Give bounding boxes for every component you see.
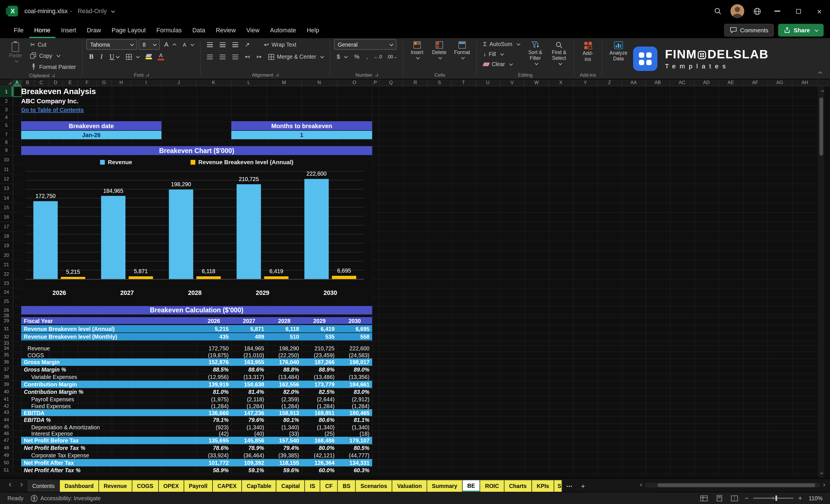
spreadsheet-grid[interactable]: 1234578910111213141516171819202122232425… (0, 86, 830, 478)
row-header-13[interactable]: 13 (0, 184, 13, 193)
cell-value[interactable]: (1,284) (196, 403, 231, 409)
vertical-scrollbar[interactable] (818, 86, 824, 478)
scroll-left-arrow[interactable] (640, 483, 643, 486)
column-header-Q[interactable]: Q (379, 80, 403, 86)
cell-value[interactable]: 435 (196, 333, 231, 340)
addins-button[interactable]: Add-ins (578, 39, 598, 63)
table-row[interactable]: Revenue Breakeven level (Annual)5,2155,8… (21, 325, 372, 333)
sheet-tab-cogs[interactable]: COGS (132, 480, 158, 492)
align-center-button[interactable] (217, 52, 228, 62)
cell-value[interactable]: (39,385) (267, 452, 302, 459)
column-header-E[interactable]: E (63, 80, 78, 86)
number-format-select[interactable]: General (334, 39, 396, 50)
cell-value[interactable]: (1,340) (267, 423, 302, 431)
row-header-31[interactable]: 31 (0, 325, 13, 333)
cell-value[interactable]: (2,118) (231, 396, 267, 403)
cell-value[interactable]: (13,484) (267, 373, 302, 381)
zoom-in-button[interactable]: + (798, 495, 802, 502)
cell-value[interactable]: 135,695 (196, 437, 231, 444)
cell-value[interactable]: 145,856 (231, 437, 267, 444)
cell-value[interactable]: 88.9% (302, 366, 337, 373)
table-row[interactable]: Corporate Tax Expense(33,924)(36,464)(39… (21, 452, 372, 459)
row-header-2[interactable]: 2 (0, 97, 13, 105)
cell-value[interactable]: (33) (267, 431, 302, 437)
sheet-tab-cf[interactable]: CF (320, 480, 338, 492)
cell-value[interactable]: (13,486) (302, 373, 337, 381)
new-sheet-button[interactable]: + (577, 480, 589, 492)
row-header-5[interactable]: 5 (0, 121, 13, 130)
column-header-R[interactable]: R (403, 80, 427, 86)
cell-value[interactable]: 79.1% (196, 416, 231, 423)
sheet-tab-is[interactable]: IS (305, 480, 321, 492)
insert-cells-button[interactable]: Insert (407, 39, 427, 60)
table-row[interactable]: Payroll Expenses(1,975)(2,118)(2,359)(2,… (21, 396, 372, 403)
cell-value[interactable]: (23,459) (302, 351, 337, 358)
cell-value[interactable]: 88.8% (267, 366, 302, 373)
breakeven-bar[interactable] (61, 277, 85, 279)
sheet-tab-captable[interactable]: CapTable (242, 480, 277, 492)
cell-value[interactable]: 176,040 (267, 358, 302, 366)
cell-value[interactable]: (1,975) (196, 396, 231, 403)
autosum-button[interactable]: ΣAutoSum (480, 39, 522, 49)
orientation-button[interactable]: ↗ (242, 39, 253, 50)
column-header-U[interactable]: U (476, 80, 500, 86)
italic-button[interactable]: I (98, 52, 105, 62)
cell-value[interactable]: 162,556 (267, 381, 302, 388)
row-header-20[interactable]: 20 (0, 250, 13, 260)
column-header-T[interactable]: T (452, 80, 476, 86)
revenue-bar[interactable] (33, 201, 58, 279)
cell-value[interactable]: 81.0% (196, 388, 231, 396)
scroll-up-arrow[interactable] (819, 88, 823, 94)
accessibility-status[interactable]: Accessibility: Investigate (31, 495, 101, 502)
cell-value[interactable]: 59.6% (267, 467, 302, 474)
cell-value[interactable]: (1,340) (231, 423, 267, 431)
column-header-AG[interactable]: AG (768, 80, 793, 86)
column-header-L[interactable]: L (231, 80, 267, 86)
table-row[interactable]: Net Profit After Tax %58.9%59.1%59.6%60.… (21, 467, 372, 474)
cell-value[interactable]: (44,777) (337, 452, 372, 459)
row-header-19[interactable]: 19 (0, 241, 13, 250)
table-row[interactable]: Revenue172,750184,965198,290210,725222,6… (21, 345, 372, 351)
row-header-38[interactable]: 38 (0, 373, 13, 381)
months-to-breakeven-value[interactable]: 1 (231, 131, 372, 139)
column-header-O[interactable]: O (337, 80, 372, 86)
cell-value[interactable]: 78.9% (231, 444, 267, 452)
next-sheet-arrow[interactable] (19, 483, 23, 486)
find-select-button[interactable]: Find & Select (548, 39, 570, 65)
fill-button[interactable]: ↓Fill (480, 49, 522, 59)
clipboard-dialog-launcher[interactable] (52, 74, 55, 77)
cell-value[interactable]: 198,290 (267, 345, 302, 351)
row-header-49[interactable]: 49 (0, 452, 13, 459)
cell-value[interactable]: (1,284) (231, 403, 267, 409)
table-row[interactable]: EBITDA136,660147,236158,913169,851180,46… (21, 409, 372, 416)
menu-item-home[interactable]: Home (29, 22, 56, 38)
cell-value[interactable]: (12,956) (196, 373, 231, 381)
cell-value[interactable]: (923) (196, 423, 231, 431)
comments-button[interactable]: Comments (724, 24, 774, 36)
cell-value[interactable]: 6,695 (337, 325, 372, 333)
row-header-46[interactable]: 46 (0, 431, 13, 437)
analyze-data-button[interactable]: Analyze Data (606, 39, 631, 62)
sheet-tab-kpis[interactable]: KPIs (532, 480, 554, 492)
cell-value[interactable]: 60.3% (337, 467, 372, 474)
menu-item-data[interactable]: Data (187, 22, 211, 38)
sheet-tab-be[interactable]: BE (462, 480, 480, 492)
column-header-AF[interactable]: AF (743, 80, 767, 86)
decrease-indent-button[interactable]: ↤ (242, 52, 253, 62)
column-header-B[interactable]: B (21, 80, 34, 86)
row-header-28[interactable]: 28 (0, 314, 13, 317)
user-avatar[interactable] (731, 4, 744, 18)
globe-button[interactable] (747, 0, 767, 22)
cell-value[interactable]: (24,583) (337, 351, 372, 358)
column-header-K[interactable]: K (196, 80, 231, 86)
menu-item-review[interactable]: Review (211, 22, 241, 38)
row-header-3[interactable]: 3 (0, 105, 13, 114)
row-header-33[interactable]: 33 (0, 341, 13, 345)
paste-button[interactable]: Paste (5, 39, 26, 63)
row-header-25[interactable]: 25 (0, 297, 13, 306)
row-header-47[interactable]: 47 (0, 437, 13, 444)
cell-value[interactable]: 152,876 (196, 358, 231, 366)
sheet-tab-charts[interactable]: Charts (504, 480, 532, 492)
row-header-16[interactable]: 16 (0, 212, 13, 222)
cell-value[interactable]: (40) (231, 431, 267, 437)
